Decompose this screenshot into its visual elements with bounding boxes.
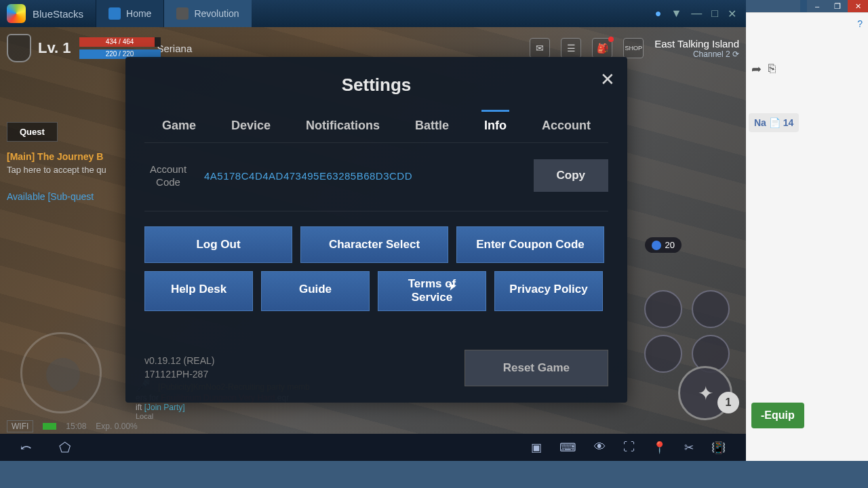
coupon-code-button[interactable]: Enter Coupon Code xyxy=(456,226,604,263)
visibility-icon[interactable]: 👁 xyxy=(594,441,606,455)
terms-button[interactable]: Terms ofService xyxy=(378,271,486,311)
maximize-button[interactable]: □ xyxy=(711,7,718,20)
scissors-icon[interactable]: ✂ xyxy=(684,441,694,455)
wifi-label: WIFI xyxy=(7,420,33,432)
menu-icon[interactable]: ☰ xyxy=(561,38,581,58)
tab-device[interactable]: Device xyxy=(229,112,273,142)
resource-count: 20 xyxy=(645,237,682,253)
account-code-value: 4A5178C4D4AD473495E63285B68D3CDD xyxy=(204,170,521,182)
equip-button[interactable]: -Equip xyxy=(751,403,804,428)
game-icon xyxy=(176,7,189,20)
keyboard-icon[interactable]: ⌨ xyxy=(559,441,576,455)
copy-button[interactable]: Copy xyxy=(534,159,609,192)
tab-home[interactable]: Home xyxy=(96,0,163,27)
skill-slot-3[interactable] xyxy=(644,335,682,373)
close-button[interactable]: ✕ xyxy=(728,7,736,20)
close-icon[interactable]: ✕ xyxy=(600,69,615,90)
count-badge: 1 xyxy=(717,392,739,413)
settings-tabs: Game Device Notifications Battle Info Ac… xyxy=(144,112,608,143)
fullscreen-icon[interactable]: ⛶ xyxy=(623,441,635,455)
quest-hint: Tap here to accept the qu xyxy=(7,165,132,175)
tab-game[interactable]: Game xyxy=(159,112,199,142)
character-select-button[interactable]: Character Select xyxy=(300,226,448,263)
account-code-label: Account Code xyxy=(144,163,192,189)
skill-slot-1[interactable] xyxy=(644,290,682,328)
home-icon xyxy=(108,7,121,20)
sub-quest-label[interactable]: Available [Sub-quest xyxy=(7,191,132,202)
bluestacks-window: BlueStacks Home Revolution ● ▼ — □ ✕ Lv.… xyxy=(0,0,746,461)
host-maximize-button[interactable]: ❐ xyxy=(827,0,848,12)
modal-title: Settings xyxy=(144,75,608,96)
exp-label: Exp. 0.00% xyxy=(96,422,137,431)
record-icon[interactable]: ● xyxy=(655,7,662,20)
main-quest-label[interactable]: [Main] The Journey B xyxy=(7,151,132,162)
resource-pill: Na 📄 14 xyxy=(749,113,799,132)
bag-icon[interactable]: 🎒 xyxy=(592,38,612,58)
host-close-button[interactable]: ✕ xyxy=(848,0,868,12)
status-bar: WIFI 15:08 Exp. 0.00% xyxy=(7,420,138,432)
chevron-down-icon[interactable]: ▼ xyxy=(671,7,682,20)
help-icon[interactable]: ? xyxy=(857,18,863,29)
help-desk-button[interactable]: Help Desk xyxy=(144,271,253,311)
host-window-controls: – ❐ ✕ xyxy=(800,0,868,12)
character-name: Seriana xyxy=(157,43,193,54)
battery-icon xyxy=(43,423,56,430)
tab-account[interactable]: Account xyxy=(539,112,593,142)
info-buttons: Log Out Character Select Enter Coupon Co… xyxy=(144,226,608,311)
minimize-button[interactable]: — xyxy=(691,7,702,20)
game-viewport: Lv. 1 434 / 464 220 / 220 Seriana ✉ ☰ 🎒 … xyxy=(0,27,746,434)
overlay-icon[interactable]: ▣ xyxy=(531,441,542,455)
android-nav-bar: ⤺ ⬠ ▣ ⌨ 👁 ⛶ 📍 ✂ 📳 xyxy=(0,434,746,461)
titlebar: BlueStacks Home Revolution ● ▼ — □ ✕ xyxy=(0,0,746,27)
skill-slot-2[interactable] xyxy=(692,290,730,328)
host-minimize-button[interactable]: – xyxy=(807,0,827,12)
exit-icon[interactable]: ⎘ xyxy=(768,62,776,77)
hp-bar: 434 / 464 xyxy=(79,37,161,47)
shop-icon[interactable]: SHOP xyxy=(623,38,644,58)
bluestacks-logo-icon xyxy=(7,4,26,23)
skill-buttons xyxy=(644,290,732,373)
forward-icon[interactable]: ➦ xyxy=(751,62,762,77)
location-label: East Talking Island Channel 2 ⟳ xyxy=(654,38,739,59)
window-controls: ● ▼ — □ ✕ xyxy=(655,7,746,20)
settings-modal: Settings ✕ Game Device Notifications Bat… xyxy=(125,57,627,403)
tab-battle[interactable]: Battle xyxy=(412,112,452,142)
chat-channel-label: Local xyxy=(136,412,407,420)
home-nav-icon[interactable]: ⬠ xyxy=(59,439,71,455)
app-title: BlueStacks xyxy=(33,8,83,20)
version-label: v0.19.12 (REAL)171121PH-287 xyxy=(144,354,215,381)
log-out-button[interactable]: Log Out xyxy=(144,226,292,263)
side-panel: ? ➦ ⎘ Na 📄 14 -Equip xyxy=(746,12,868,461)
tab-notifications[interactable]: Notifications xyxy=(303,112,382,142)
time-label: 15:08 xyxy=(66,422,86,431)
mail-icon[interactable]: ✉ xyxy=(530,38,550,58)
guide-button[interactable]: Guide xyxy=(261,271,370,311)
privacy-button[interactable]: Privacy Policy xyxy=(494,271,603,311)
joystick[interactable] xyxy=(20,332,102,413)
tab-info[interactable]: Info xyxy=(481,110,509,142)
back-icon[interactable]: ⤺ xyxy=(20,439,32,455)
quest-tab[interactable]: Quest xyxy=(7,122,58,142)
tab-revolution[interactable]: Revolution xyxy=(163,0,251,27)
shake-icon[interactable]: 📳 xyxy=(711,441,726,455)
reset-game-button[interactable]: Reset Game xyxy=(465,350,608,386)
location-nav-icon[interactable]: 📍 xyxy=(652,441,667,455)
shield-icon[interactable] xyxy=(7,34,31,62)
level-label: Lv. 1 xyxy=(38,39,71,57)
account-code-row: Account Code 4A5178C4D4AD473495E63285B68… xyxy=(144,159,608,211)
quest-panel: Quest [Main] The Journey B Tap here to a… xyxy=(7,122,132,202)
